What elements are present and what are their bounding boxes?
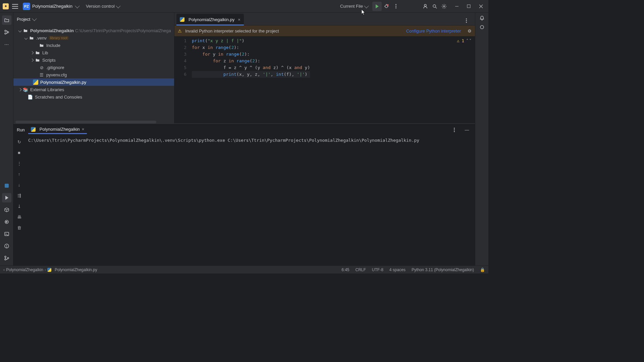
run-toolbar: ↻ ■ ⋮ ↑ ↓ ⇶ ⤓ 🖶 🗑 [13, 136, 25, 265]
expand-toggle-icon[interactable] [30, 58, 34, 62]
gitignore-file-icon: ⊘ [39, 65, 44, 70]
gear-icon[interactable]: ⚙ [468, 28, 472, 34]
close-window-button[interactable] [476, 2, 486, 11]
hide-panel-button[interactable]: — [462, 125, 472, 134]
settings-icon[interactable] [439, 2, 449, 11]
project-tree[interactable]: PolynomialZhegalkin C:\Users\Ttrin\Pycha… [13, 25, 174, 121]
debug-button[interactable] [382, 2, 391, 11]
svg-line-7 [435, 7, 437, 8]
run-tool-button[interactable] [2, 193, 11, 202]
interpreter-status[interactable]: Python 3.11 (PolynomialZhegalkin) [412, 267, 474, 272]
configure-interpreter-link[interactable]: Configure Python interpreter [406, 28, 461, 34]
run-options-button[interactable] [449, 125, 459, 134]
next-problem-icon[interactable]: ˅ [469, 38, 472, 43]
cursor-position[interactable]: 6:45 [341, 267, 349, 272]
ai-assistant-button[interactable] [479, 24, 485, 31]
ide-logo-icon: ✦ [3, 3, 9, 9]
run-output[interactable]: C:\Users\Ttrin\PycharmProjects\Polynomia… [25, 136, 475, 265]
scroll-end-button[interactable]: ⤓ [15, 202, 23, 210]
services-tool-button[interactable] [2, 217, 11, 227]
tree-row[interactable]: Include [13, 42, 174, 49]
svg-point-25 [480, 25, 484, 29]
editor-tab[interactable]: PolynomialZhegalkin.py × [176, 14, 244, 25]
tree-label: .gitignore [46, 65, 64, 70]
expand-toggle-icon[interactable] [30, 50, 34, 55]
down-stack-button[interactable]: ↓ [15, 181, 23, 189]
svg-point-22 [5, 256, 6, 257]
minimize-window-button[interactable] [452, 2, 462, 11]
project-panel-title: Project [17, 17, 30, 22]
project-tool-button[interactable] [2, 15, 11, 25]
tree-label: PolynomialZhegalkin.py [40, 80, 86, 85]
code-with-me-icon[interactable] [421, 2, 430, 11]
tree-row-extlib[interactable]: 📚External Libraries [13, 86, 174, 93]
code-content[interactable]: print("x y z | f |") for x in range(2): … [190, 36, 310, 123]
right-toolbar [475, 13, 488, 265]
horizontal-scrollbar[interactable] [15, 121, 156, 123]
expand-toggle-icon[interactable] [17, 87, 22, 92]
project-badge[interactable]: PZ [23, 3, 30, 10]
svg-rect-16 [5, 184, 9, 188]
inspection-widget[interactable]: ⚠ 1 ˄˅ [457, 38, 472, 43]
line-separator[interactable]: CRLF [356, 267, 366, 272]
python-file-icon [31, 127, 36, 132]
expand-toggle-icon[interactable] [23, 36, 28, 40]
main-menu-button[interactable] [12, 4, 18, 9]
tree-row[interactable]: ☰pyvenv.cfg [13, 71, 174, 78]
vcs-tool-button[interactable] [2, 253, 11, 263]
run-config-label: Current File [340, 4, 363, 9]
close-tab-icon[interactable]: × [238, 17, 240, 22]
run-panel: Run PolynomialZhegalkin × — ↻ ■ ⋮ ↑ ↓ ⇶ … [13, 123, 475, 265]
folder-icon [35, 57, 40, 63]
version-control-menu[interactable]: Version control [86, 4, 121, 9]
rerun-button[interactable]: ↻ [15, 138, 23, 146]
tree-row[interactable]: Scripts [13, 56, 174, 64]
run-more-button[interactable]: ⋮ [15, 159, 23, 167]
run-config-selector[interactable]: Current File [340, 4, 369, 9]
up-stack-button[interactable]: ↑ [15, 170, 23, 178]
stop-button[interactable]: ■ [15, 148, 23, 157]
terminal-tool-button[interactable] [2, 229, 11, 239]
tree-row-mainfile[interactable]: PolynomialZhegalkin.py [13, 78, 174, 86]
tab-options-button[interactable] [462, 16, 471, 25]
search-everywhere-icon[interactable] [430, 2, 439, 11]
status-bar: ▫ PolynomialZhegalkin › PolynomialZhegal… [0, 265, 488, 274]
python-console-tool-button[interactable] [2, 181, 11, 190]
version-control-label: Version control [86, 4, 115, 9]
problems-tool-button[interactable] [2, 241, 11, 251]
tree-row[interactable]: Lib [13, 49, 174, 56]
expand-toggle-icon[interactable] [17, 28, 22, 33]
run-button[interactable] [372, 2, 382, 11]
close-icon[interactable]: × [82, 127, 85, 132]
more-actions-button[interactable] [391, 2, 400, 11]
lock-icon[interactable]: 🔒 [480, 267, 485, 272]
prev-problem-icon[interactable]: ˄ [466, 38, 469, 43]
output-line: C:\Users\Ttrin\PycharmProjects\Polynomia… [28, 138, 472, 143]
tree-row[interactable]: ⊘.gitignore [13, 64, 174, 71]
breadcrumb[interactable]: ▫ PolynomialZhegalkin › PolynomialZhegal… [3, 267, 97, 272]
notifications-button[interactable] [479, 15, 485, 22]
soft-wrap-button[interactable]: ⇶ [15, 191, 23, 199]
structure-tool-button[interactable] [2, 27, 11, 37]
python-file-icon [47, 268, 51, 272]
file-encoding[interactable]: UTF-8 [372, 267, 383, 272]
print-button[interactable]: 🖶 [15, 213, 23, 221]
maximize-window-button[interactable] [464, 2, 474, 11]
indent-setting[interactable]: 4 spaces [389, 267, 406, 272]
more-tools-button[interactable]: ⋯ [2, 40, 11, 49]
python-file-icon [180, 17, 184, 22]
tree-row-scratches[interactable]: 📄Scratches and Consoles [13, 93, 174, 101]
tree-row-venv[interactable]: .venv library root [13, 34, 174, 42]
svg-point-14 [5, 33, 6, 34]
project-name[interactable]: PolynomialZhegalkin [32, 4, 72, 9]
project-icon: ▫ [3, 267, 5, 272]
run-config-tab[interactable]: PolynomialZhegalkin × [28, 125, 87, 134]
warning-icon: ⚠ [178, 28, 182, 34]
run-config-name: PolynomialZhegalkin [40, 127, 80, 132]
delete-button[interactable]: 🗑 [15, 224, 23, 232]
tree-row-root[interactable]: PolynomialZhegalkin C:\Users\Ttrin\Pycha… [13, 27, 174, 34]
svg-point-23 [5, 259, 6, 260]
python-packages-tool-button[interactable] [2, 205, 11, 215]
code-editor[interactable]: 123456 print("x y z | f |") for x in ran… [174, 36, 475, 123]
project-panel-header[interactable]: Project [13, 13, 174, 25]
